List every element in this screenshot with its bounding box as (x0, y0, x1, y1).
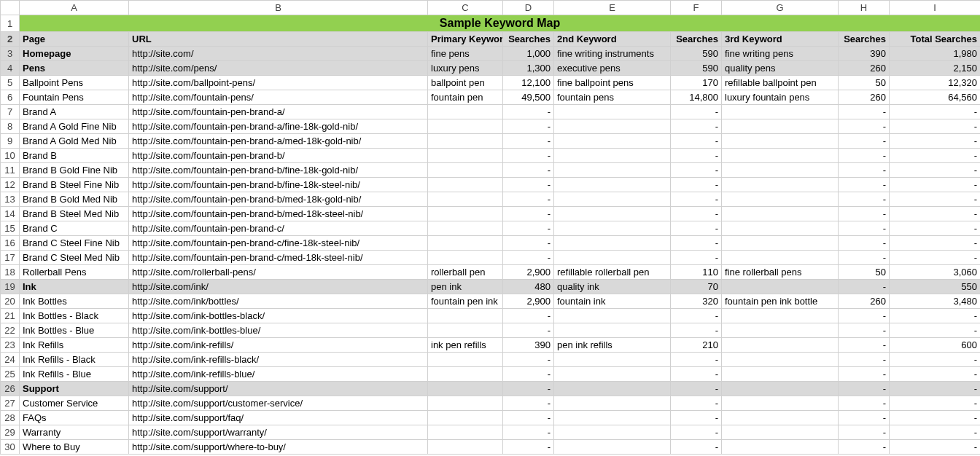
row-header-14[interactable]: 14 (1, 207, 20, 221)
cell-primary-keyword[interactable]: ballpoint pen (428, 76, 503, 90)
cell-searches-1[interactable]: - (503, 221, 554, 236)
cell-url[interactable]: http://site.com/fountain-pen-brand-c/fin… (129, 236, 428, 251)
cell-searches-3[interactable]: 390 (839, 47, 890, 61)
cell-searches-3[interactable]: 260 (839, 61, 890, 76)
cell-searches-3[interactable]: - (839, 425, 890, 440)
cell-searches-2[interactable]: - (671, 382, 722, 396)
cell-searches-3[interactable]: - (839, 251, 890, 265)
cell-total[interactable]: - (890, 309, 981, 323)
header-url[interactable]: URL (129, 32, 428, 47)
row-header-8[interactable]: 8 (1, 119, 20, 134)
cell-2nd-keyword[interactable] (554, 425, 671, 440)
cell-total[interactable]: 64,560 (890, 90, 981, 105)
row-header-12[interactable]: 12 (1, 178, 20, 192)
cell-page[interactable]: Warranty (20, 425, 129, 440)
cell-total[interactable]: - (890, 396, 981, 411)
cell-searches-1[interactable]: - (503, 411, 554, 425)
cell-total[interactable]: - (890, 221, 981, 236)
cell-searches-3[interactable]: - (839, 236, 890, 251)
cell-total[interactable]: 3,060 (890, 265, 981, 280)
cell-searches-2[interactable]: - (671, 221, 722, 236)
cell-page[interactable]: Brand B Steel Fine Nib (20, 178, 129, 192)
cell-total[interactable]: - (890, 323, 981, 338)
cell-3rd-keyword[interactable] (722, 119, 839, 134)
cell-searches-1[interactable]: - (503, 149, 554, 163)
cell-searches-3[interactable]: - (839, 367, 890, 382)
cell-2nd-keyword[interactable] (554, 411, 671, 425)
cell-searches-1[interactable]: - (503, 105, 554, 119)
cell-searches-3[interactable]: - (839, 192, 890, 207)
cell-searches-1[interactable]: 1,000 (503, 47, 554, 61)
cell-page[interactable]: Ink Refills - Black (20, 353, 129, 367)
cell-searches-2[interactable]: - (671, 236, 722, 251)
cell-2nd-keyword[interactable]: executive pens (554, 61, 671, 76)
cell-3rd-keyword[interactable] (722, 309, 839, 323)
cell-searches-3[interactable]: - (839, 323, 890, 338)
cell-searches-1[interactable]: 480 (503, 280, 554, 294)
cell-page[interactable]: Rollerball Pens (20, 265, 129, 280)
cell-searches-3[interactable]: - (839, 353, 890, 367)
cell-searches-1[interactable]: 2,900 (503, 265, 554, 280)
cell-page[interactable]: Brand C (20, 221, 129, 236)
cell-2nd-keyword[interactable]: fine writing instruments (554, 47, 671, 61)
cell-searches-2[interactable]: 590 (671, 61, 722, 76)
cell-2nd-keyword[interactable] (554, 149, 671, 163)
header-total-searches[interactable]: Total Searches (890, 32, 981, 47)
cell-searches-2[interactable]: - (671, 192, 722, 207)
cell-searches-1[interactable]: 1,300 (503, 61, 554, 76)
cell-primary-keyword[interactable] (428, 367, 503, 382)
cell-searches-3[interactable]: - (839, 134, 890, 149)
cell-searches-1[interactable]: 49,500 (503, 90, 554, 105)
cell-primary-keyword[interactable] (428, 251, 503, 265)
cell-page[interactable]: Brand A Gold Fine Nib (20, 119, 129, 134)
cell-url[interactable]: http://site.com/rollerball-pens/ (129, 265, 428, 280)
row-header-17[interactable]: 17 (1, 251, 20, 265)
cell-3rd-keyword[interactable] (722, 367, 839, 382)
cell-primary-keyword[interactable] (428, 411, 503, 425)
cell-3rd-keyword[interactable] (722, 105, 839, 119)
cell-searches-1[interactable]: 2,900 (503, 294, 554, 309)
cell-searches-2[interactable]: - (671, 309, 722, 323)
cell-url[interactable]: http://site.com/ink-refills/ (129, 338, 428, 353)
row-header-9[interactable]: 9 (1, 134, 20, 149)
cell-page[interactable]: Brand C Steel Fine Nib (20, 236, 129, 251)
cell-searches-3[interactable]: - (839, 163, 890, 178)
cell-searches-2[interactable]: 70 (671, 280, 722, 294)
cell-total[interactable]: - (890, 207, 981, 221)
cell-2nd-keyword[interactable] (554, 221, 671, 236)
cell-3rd-keyword[interactable] (722, 178, 839, 192)
row-header-1[interactable]: 1 (1, 15, 20, 32)
cell-url[interactable]: http://site.com/fountain-pen-brand-a/ (129, 105, 428, 119)
cell-total[interactable]: - (890, 134, 981, 149)
cell-page[interactable]: Fountain Pens (20, 90, 129, 105)
header-searches-1[interactable]: Searches (503, 32, 554, 47)
cell-searches-3[interactable]: - (839, 382, 890, 396)
cell-searches-3[interactable]: - (839, 207, 890, 221)
row-header-5[interactable]: 5 (1, 76, 20, 90)
cell-3rd-keyword[interactable]: fountain pen ink bottle (722, 294, 839, 309)
cell-3rd-keyword[interactable] (722, 382, 839, 396)
row-header-7[interactable]: 7 (1, 105, 20, 119)
cell-primary-keyword[interactable]: rollerball pen (428, 265, 503, 280)
cell-url[interactable]: http://site.com/fountain-pen-brand-b/fin… (129, 178, 428, 192)
cell-searches-3[interactable]: - (839, 178, 890, 192)
cell-primary-keyword[interactable]: fountain pen ink (428, 294, 503, 309)
cell-searches-2[interactable]: - (671, 440, 722, 455)
cell-primary-keyword[interactable]: ink pen refills (428, 338, 503, 353)
cell-3rd-keyword[interactable]: quality pens (722, 61, 839, 76)
row-header-18[interactable]: 18 (1, 265, 20, 280)
cell-searches-2[interactable]: - (671, 367, 722, 382)
cell-total[interactable]: - (890, 251, 981, 265)
cell-2nd-keyword[interactable]: fountain ink (554, 294, 671, 309)
cell-primary-keyword[interactable] (428, 163, 503, 178)
cell-page[interactable]: FAQs (20, 411, 129, 425)
cell-total[interactable]: - (890, 178, 981, 192)
row-header-15[interactable]: 15 (1, 221, 20, 236)
cell-3rd-keyword[interactable] (722, 251, 839, 265)
sheet-title[interactable]: Sample Keyword Map (20, 15, 981, 32)
cell-total[interactable]: 3,480 (890, 294, 981, 309)
cell-page[interactable]: Where to Buy (20, 440, 129, 455)
cell-url[interactable]: http://site.com/support/ (129, 382, 428, 396)
cell-searches-2[interactable]: - (671, 323, 722, 338)
cell-3rd-keyword[interactable] (722, 207, 839, 221)
